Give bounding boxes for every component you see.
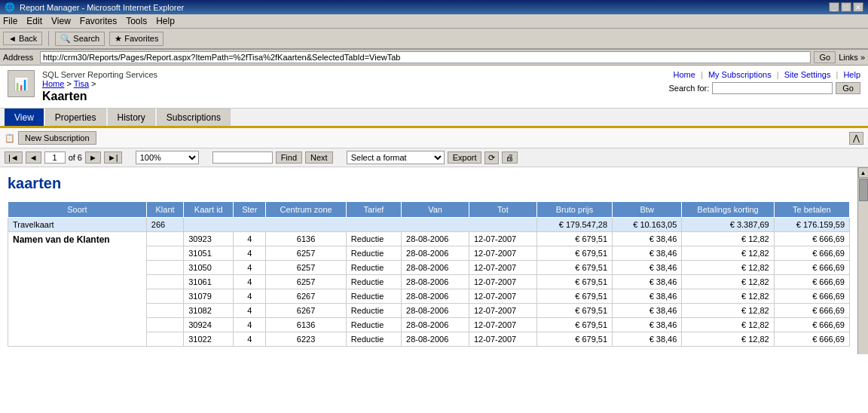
subtotal-btw: € 10.163,05 [613,218,682,232]
search-for-label: Search for: [669,84,710,93]
col-van: Van [402,202,469,218]
col-soort: Soort [8,202,147,218]
report-header: 📊 SQL Server Reporting Services Home > T… [0,66,868,109]
subscription-bar: 📋 New Subscription ⋀ [0,128,868,148]
ie-icon: 🌐 [5,2,15,12]
tab-view[interactable]: View [5,109,44,126]
export-button[interactable]: Export [448,151,482,164]
next-page-button[interactable]: ► [85,151,101,164]
search-icon: 🔍 [60,34,71,44]
te-betalen-0: € 666,69 [774,232,849,246]
page-number-input[interactable] [44,151,66,164]
find-input[interactable] [212,151,273,164]
report-body: kaarten Soort Klant Kaart id Ster Centru… [0,167,857,354]
address-input[interactable] [40,51,811,63]
col-tarief: Tarief [346,202,401,218]
tot-0: 12-07-2007 [469,232,536,246]
restore-button[interactable]: □ [841,2,851,12]
korting-0: € 12,82 [682,232,774,246]
scroll-thumb[interactable] [859,179,868,201]
menu-favorites[interactable]: Favorites [80,16,117,26]
col-betalings-korting: Betalings korting [682,202,774,218]
back-button[interactable]: ◄ Back [3,32,42,45]
nav-site-settings[interactable]: Site Settings [784,70,831,79]
first-page-button[interactable]: |◄ [5,151,23,164]
menu-bar: File Edit View Favorites Tools Help [0,14,868,29]
page-of-label: of 6 [69,153,82,162]
breadcrumb-home[interactable]: Home [42,79,64,88]
address-bar: Address Go Links » [0,50,868,66]
van-0: 28-08-2006 [402,232,469,246]
window-controls[interactable]: _ □ ✕ [829,2,863,12]
tarief-0: Reductie [346,232,401,246]
table-row: Namen van de Klanten 30923 4 6136 Reduct… [8,232,850,246]
col-btw: Btw [613,202,682,218]
new-subscription-icon: 📋 [5,133,15,143]
new-subscription-button[interactable]: New Subscription [18,131,96,145]
report-title-section: SQL Server Reporting Services Home > Tis… [42,70,157,103]
find-next-button[interactable]: Next [305,151,333,164]
menu-edit[interactable]: Edit [26,16,42,26]
ssrs-label: SQL Server Reporting Services [42,70,157,79]
viewer-toolbar: |◄ ◄ of 6 ► ►| 100% 75% 50% 150% 200% Wh… [0,148,868,167]
col-tot: Tot [469,202,536,218]
nav-subscriptions[interactable]: My Subscriptions [708,70,772,79]
tab-bar: View Properties History Subscriptions [0,109,868,128]
nav-help[interactable]: Help [843,70,860,79]
subtotal-klant: 266 [146,218,183,232]
zoom-select[interactable]: 100% 75% 50% 150% 200% Whole Page Page W… [136,151,199,164]
find-button[interactable]: Find [276,151,302,164]
menu-help[interactable]: Help [156,16,175,26]
menu-view[interactable]: View [51,16,71,26]
report-icon: 📊 [8,70,35,97]
last-page-button[interactable]: ►| [104,151,122,164]
format-select[interactable]: Select a format XML file with report dat… [347,151,445,164]
nav-links: Home | My Subscriptions | Site Settings … [674,70,860,79]
favorites-button[interactable]: ★ Favorites [109,32,164,46]
report-table: Soort Klant Kaart id Ster Centrum zone T… [8,201,850,347]
refresh-button[interactable]: ⟳ [484,151,499,164]
separator [48,31,49,46]
collapse-button[interactable]: ⋀ [849,132,863,145]
breadcrumb-tisa[interactable]: Tisa [74,79,89,88]
report-name-heading: Kaarten [42,90,157,103]
search-button[interactable]: 🔍 Search [55,32,105,46]
report-title: kaarten [8,175,850,192]
report-content: kaarten Soort Klant Kaart id Ster Centru… [0,167,857,354]
title-bar: 🌐 Report Manager - Microsoft Internet Ex… [0,0,868,14]
scroll-area: kaarten Soort Klant Kaart id Ster Centru… [0,167,868,354]
subtotal-bruto: € 179.547,28 [536,218,612,232]
menu-tools[interactable]: Tools [126,16,147,26]
window-title: Report Manager - Microsoft Internet Expl… [20,3,184,12]
kaart-id-0: 30923 [184,232,234,246]
tab-properties[interactable]: Properties [45,109,106,126]
go-button[interactable]: Go [814,51,836,63]
menu-file[interactable]: File [3,16,17,26]
title-bar-left: 🌐 Report Manager - Microsoft Internet Ex… [5,2,184,12]
scroll-up-button[interactable]: ▲ [858,167,869,178]
report-header-right: Home | My Subscriptions | Site Settings … [669,70,861,94]
prev-page-button[interactable]: ◄ [26,151,41,164]
tab-subscriptions[interactable]: Subscriptions [157,109,231,126]
scrollbar[interactable]: ▲ [857,167,868,354]
print-button[interactable]: 🖨 [502,151,518,164]
search-row: Search for: Go [669,82,861,94]
subtotal-korting: € 3.387,69 [682,218,774,232]
ster-0: 4 [234,232,266,246]
col-kaart-id: Kaart id [184,202,234,218]
report-header-left: 📊 SQL Server Reporting Services Home > T… [8,70,157,103]
links-button[interactable]: Links » [839,53,865,62]
col-te-betalen: Te betalen [774,202,849,218]
col-ster: Ster [234,202,266,218]
new-subscription-label: New Subscription [25,133,90,142]
bruto-0: € 679,51 [536,232,612,246]
search-go-button[interactable]: Go [836,82,860,94]
search-input[interactable] [712,82,833,94]
browser-toolbar: ◄ Back 🔍 Search ★ Favorites [0,29,868,50]
close-button[interactable]: ✕ [853,2,863,12]
tab-history[interactable]: History [108,109,155,126]
nav-home[interactable]: Home [674,70,695,79]
minimize-button[interactable]: _ [829,2,839,12]
col-klant: Klant [146,202,183,218]
subtotal-soort: Travelkaart [8,218,147,232]
